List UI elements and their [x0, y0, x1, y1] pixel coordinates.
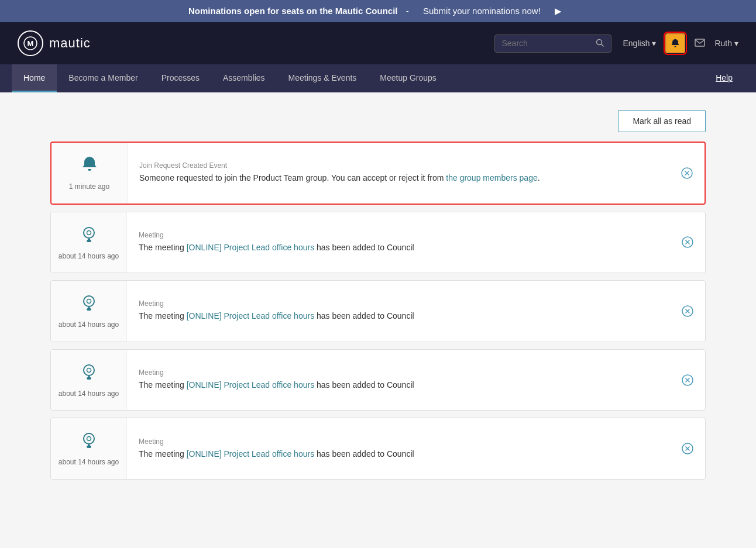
header: M mautic English ▾ — [0, 22, 756, 64]
nav-item-processes[interactable]: Processes — [150, 64, 211, 92]
nav-item-assemblies[interactable]: Assemblies — [211, 64, 277, 92]
header-right: English ▾ Ruth ▾ — [623, 33, 739, 53]
notif-time-1: 1 minute ago — [69, 182, 109, 192]
banner-action-text: Submit your nominations now! — [423, 6, 541, 16]
notif-time-4: about 14 hours ago — [59, 390, 119, 399]
notif-body-3: MeetingThe meeting [ONLINE] Project Lead… — [127, 290, 670, 332]
nav-item-meetings-events[interactable]: Meetings & Events — [277, 64, 369, 92]
banner-bold-text: Nominations open for seats on the Mautic… — [188, 6, 398, 16]
mark-all-row: Mark all as read — [50, 110, 706, 132]
main-content: Mark all as read 1 minute agoJoin reques… — [27, 110, 729, 480]
svg-rect-4 — [695, 39, 705, 46]
nav-item-help[interactable]: Help — [704, 64, 744, 92]
notif-icon-area-1: 1 minute ago — [51, 143, 128, 204]
notif-close-button-5[interactable] — [670, 433, 705, 464]
logo-area: M mautic — [18, 30, 91, 56]
notif-label-3: Meeting — [139, 299, 658, 308]
notif-time-2: about 14 hours ago — [59, 252, 119, 261]
notif-close-button-4[interactable] — [670, 365, 705, 395]
notif-link-3[interactable]: [ONLINE] Project Lead office hours — [187, 311, 314, 320]
nav-item-home[interactable]: Home — [12, 64, 57, 92]
language-label: English — [623, 39, 650, 48]
user-menu-button[interactable]: Ruth ▾ — [714, 39, 738, 48]
notif-icon-area-4: about 14 hours ago — [51, 350, 127, 411]
svg-point-28 — [87, 446, 91, 448]
user-name: Ruth — [714, 39, 732, 48]
notif-label-5: Meeting — [139, 437, 658, 446]
notif-link-5[interactable]: [ONLINE] Project Lead office hours — [187, 449, 314, 459]
notif-close-button-3[interactable] — [670, 296, 705, 326]
notif-body-2: MeetingThe meeting [ONLINE] Project Lead… — [127, 222, 670, 263]
mail-button[interactable] — [695, 37, 705, 50]
notif-text-5: The meeting [ONLINE] Project Lead office… — [139, 448, 658, 460]
svg-point-10 — [87, 240, 91, 242]
notifications-bell-button[interactable] — [665, 33, 685, 53]
notif-body-4: MeetingThe meeting [ONLINE] Project Lead… — [127, 359, 670, 401]
notif-label-2: Meeting — [139, 231, 658, 239]
location-icon — [79, 224, 99, 249]
notif-link-4[interactable]: [ONLINE] Project Lead office hours — [187, 380, 314, 390]
user-chevron: ▾ — [734, 39, 738, 48]
notif-time-5: about 14 hours ago — [59, 458, 119, 467]
notif-time-3: about 14 hours ago — [59, 320, 119, 330]
notif-text-1: Someone requested to join the Product Te… — [139, 172, 658, 184]
search-input[interactable] — [502, 39, 591, 48]
notif-link-2[interactable]: [ONLINE] Project Lead office hours — [187, 243, 314, 252]
notif-text-4: The meeting [ONLINE] Project Lead office… — [139, 379, 658, 391]
svg-point-26 — [84, 433, 94, 444]
svg-text:M: M — [28, 39, 34, 48]
notification-item-3: about 14 hours agoMeetingThe meeting [ON… — [50, 280, 706, 342]
notification-item-1: 1 minute agoJoin request created eventSo… — [50, 142, 706, 205]
bell-icon — [80, 154, 99, 179]
main-navigation: Home Become a Member Processes Assemblie… — [0, 64, 756, 92]
svg-point-21 — [87, 368, 91, 372]
top-banner: Nominations open for seats on the Mautic… — [0, 0, 756, 22]
notif-label-4: Meeting — [139, 368, 658, 377]
banner-separator: - — [406, 6, 409, 16]
banner-play-icon: ▶ — [555, 6, 562, 16]
svg-point-27 — [87, 437, 91, 441]
notif-close-button-1[interactable] — [669, 158, 705, 188]
svg-point-8 — [84, 228, 94, 238]
notif-text-3: The meeting [ONLINE] Project Lead office… — [139, 310, 658, 322]
notif-icon-area-2: about 14 hours ago — [51, 212, 127, 273]
notif-icon-area-5: about 14 hours ago — [51, 418, 127, 479]
logo-text: mautic — [49, 36, 91, 51]
notif-body-5: MeetingThe meeting [ONLINE] Project Lead… — [127, 428, 670, 470]
svg-point-9 — [87, 230, 91, 235]
notif-label-1: Join request created event — [139, 161, 658, 170]
location-icon — [79, 361, 99, 386]
location-icon — [79, 430, 99, 454]
notification-item-5: about 14 hours agoMeetingThe meeting [ON… — [50, 418, 706, 480]
notif-link-1[interactable]: the group members page — [446, 173, 537, 182]
notif-icon-area-3: about 14 hours ago — [51, 281, 127, 342]
nav-item-meetup-groups[interactable]: Meetup Groups — [368, 64, 448, 92]
notif-body-1: Join request created eventSomeone reques… — [128, 152, 669, 194]
search-box[interactable] — [494, 35, 611, 53]
svg-point-15 — [87, 299, 91, 304]
search-icon — [596, 39, 604, 49]
mark-all-read-button[interactable]: Mark all as read — [618, 110, 706, 132]
notif-close-button-2[interactable] — [670, 227, 705, 257]
notification-item-2: about 14 hours agoMeetingThe meeting [ON… — [50, 212, 706, 274]
language-chevron: ▾ — [652, 39, 656, 48]
notifications-list: 1 minute agoJoin request created eventSo… — [50, 142, 706, 480]
svg-point-22 — [87, 377, 91, 380]
svg-point-14 — [84, 296, 94, 306]
svg-point-20 — [84, 365, 94, 375]
language-selector[interactable]: English ▾ — [623, 39, 657, 48]
svg-line-3 — [601, 44, 603, 46]
nav-item-become-member[interactable]: Become a Member — [57, 64, 149, 92]
location-icon — [79, 292, 99, 317]
svg-point-16 — [87, 308, 91, 311]
notification-item-4: about 14 hours agoMeetingThe meeting [ON… — [50, 349, 706, 411]
logo-icon: M — [18, 30, 43, 56]
notif-text-2: The meeting [ONLINE] Project Lead office… — [139, 242, 658, 254]
